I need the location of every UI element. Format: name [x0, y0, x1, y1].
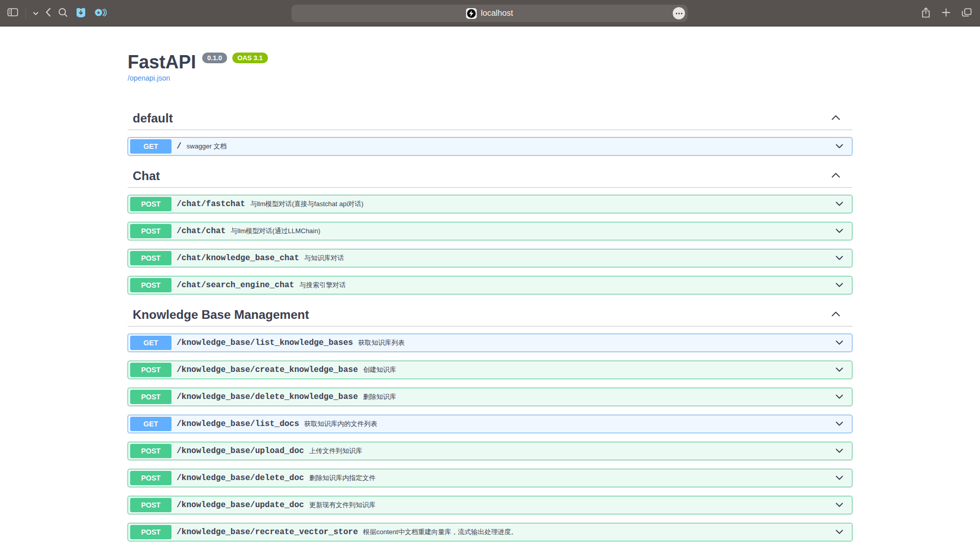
expand-endpoint-button[interactable] — [834, 391, 845, 403]
expand-endpoint-button[interactable] — [834, 198, 845, 210]
chevron-down-icon — [836, 228, 843, 235]
openapi-spec-link[interactable]: /openapi.json — [128, 74, 170, 82]
endpoint-summary[interactable]: POST /knowledge_base/delete_knowledge_ba… — [128, 388, 852, 406]
toolbar-divider — [26, 8, 26, 19]
extension-circles-star-button[interactable]: ★ — [94, 7, 107, 19]
ellipsis-icon — [676, 13, 677, 14]
tab-overview-icon — [962, 8, 972, 19]
endpoint-description: swagger 文档 — [187, 142, 227, 151]
endpoint-summary[interactable]: GET / swagger 文档 — [128, 138, 852, 155]
chevron-up-icon — [831, 114, 840, 122]
expand-endpoint-button[interactable] — [834, 226, 845, 237]
endpoint-row: POST /chat/search_engine_chat 与搜索引擎对话 — [128, 276, 852, 294]
expand-endpoint-button[interactable] — [834, 472, 845, 484]
new-tab-button[interactable] — [942, 8, 950, 18]
endpoint-summary[interactable]: POST /chat/knowledge_base_chat 与知识库对话 — [128, 249, 852, 267]
endpoint-row: GET /knowledge_base/list_knowledge_bases… — [128, 334, 852, 352]
sidebar-dropdown-button[interactable] — [33, 9, 38, 17]
chevron-down-icon — [836, 502, 843, 509]
method-badge: POST — [130, 197, 172, 211]
endpoint-summary[interactable]: POST /chat/search_engine_chat 与搜索引擎对话 — [128, 277, 852, 294]
svg-text:★: ★ — [96, 10, 101, 15]
endpoint-path: /knowledge_base/create_knowledge_base — [172, 365, 363, 374]
collapse-section-button[interactable] — [829, 309, 842, 320]
tag-section: Knowledge Base Management GET /knowledge… — [128, 303, 852, 541]
expand-endpoint-button[interactable] — [834, 280, 845, 291]
endpoint-row: GET /knowledge_base/list_docs 获取知识库内的文件列… — [128, 415, 852, 433]
chevron-down-icon — [836, 366, 843, 374]
collapse-section-button[interactable] — [829, 112, 842, 124]
tab-overview-button[interactable] — [962, 8, 972, 19]
endpoint-summary[interactable]: POST /chat/chat 与llm模型对话(通过LLMChain) — [128, 222, 852, 240]
endpoint-path: / — [172, 142, 187, 151]
expand-endpoint-button[interactable] — [834, 445, 845, 457]
endpoint-row: POST /chat/knowledge_base_chat 与知识库对话 — [128, 249, 852, 267]
endpoint-path: /knowledge_base/list_docs — [172, 419, 304, 429]
extension-shield-download-button[interactable] — [75, 7, 87, 19]
expand-endpoint-button[interactable] — [834, 499, 845, 511]
endpoint-summary[interactable]: POST /knowledge_base/create_knowledge_ba… — [128, 361, 852, 379]
tag-section-header[interactable]: Knowledge Base Management — [128, 303, 852, 327]
method-badge: POST — [130, 498, 172, 512]
method-badge: POST — [130, 278, 172, 292]
endpoint-summary[interactable]: POST /knowledge_base/upload_doc 上传文件到知识库 — [128, 442, 852, 460]
chevron-up-icon — [831, 311, 840, 318]
method-badge: POST — [130, 390, 172, 404]
method-badge: POST — [130, 224, 172, 238]
chevron-down-icon — [836, 420, 843, 428]
shield-download-icon — [75, 7, 87, 19]
endpoint-path: /chat/chat — [172, 227, 231, 236]
endpoint-summary[interactable]: POST /knowledge_base/delete_doc 删除知识库内指定… — [128, 469, 852, 487]
back-button[interactable] — [45, 8, 51, 18]
method-badge: POST — [130, 471, 172, 485]
share-button[interactable] — [921, 7, 930, 19]
method-badge: POST — [130, 251, 172, 265]
endpoint-description: 删除知识库内指定文件 — [309, 473, 376, 483]
expand-endpoint-button[interactable] — [834, 253, 845, 264]
endpoint-row: GET / swagger 文档 — [128, 137, 852, 156]
search-button[interactable] — [58, 8, 68, 19]
chevron-down-icon — [836, 529, 843, 536]
endpoint-description: 获取知识库内的文件列表 — [304, 419, 377, 429]
api-sections: default GET / swagger 文档 — [128, 107, 852, 541]
expand-endpoint-button[interactable] — [834, 418, 845, 430]
endpoint-row: POST /chat/chat 与llm模型对话(通过LLMChain) — [128, 222, 852, 240]
sidebar-toggle-button[interactable] — [7, 7, 18, 19]
chevron-down-icon — [836, 339, 843, 347]
endpoint-path: /chat/search_engine_chat — [172, 281, 299, 290]
endpoint-summary[interactable]: POST /knowledge_base/recreate_vector_sto… — [128, 523, 852, 541]
endpoint-row: POST /knowledge_base/recreate_vector_sto… — [128, 523, 852, 541]
endpoint-summary[interactable]: POST /knowledge_base/update_doc 更新现有文件到知… — [128, 496, 852, 514]
collapse-section-button[interactable] — [829, 170, 842, 182]
endpoint-summary[interactable]: GET /knowledge_base/list_docs 获取知识库内的文件列… — [128, 415, 852, 433]
endpoint-summary[interactable]: GET /knowledge_base/list_knowledge_bases… — [128, 334, 852, 352]
endpoint-path: /chat/fastchat — [172, 199, 250, 209]
address-bar[interactable]: localhost — [291, 5, 688, 22]
expand-endpoint-button[interactable] — [834, 337, 845, 349]
endpoint-path: /knowledge_base/recreate_vector_store — [172, 528, 363, 537]
tag-section-header[interactable]: Chat — [128, 164, 852, 188]
endpoint-description: 上传文件到知识库 — [309, 446, 362, 456]
chevron-down-icon — [836, 447, 843, 455]
chevron-down-icon — [836, 255, 843, 262]
method-badge: POST — [130, 525, 172, 539]
endpoint-row: POST /knowledge_base/create_knowledge_ba… — [128, 361, 852, 379]
expand-endpoint-button[interactable] — [834, 141, 845, 153]
page-settings-button[interactable] — [673, 7, 685, 19]
page-title: FastAPI 0.1.0 OAS 3.1 — [128, 51, 852, 73]
endpoint-description: 更新现有文件到知识库 — [309, 500, 376, 510]
endpoint-row: POST /knowledge_base/upload_doc 上传文件到知识库 — [128, 442, 852, 460]
endpoint-path: /knowledge_base/list_knowledge_bases — [172, 338, 358, 347]
endpoint-path: /chat/knowledge_base_chat — [172, 254, 304, 263]
method-badge: GET — [130, 139, 172, 154]
chevron-down-icon — [836, 393, 843, 401]
chevron-down-icon — [836, 201, 843, 208]
endpoint-summary[interactable]: POST /chat/fastchat 与llm模型对话(直接与fastchat… — [128, 195, 852, 213]
swagger-page: FastAPI 0.1.0 OAS 3.1 /openapi.json defa… — [0, 27, 980, 550]
method-badge: GET — [130, 336, 172, 350]
tag-section-header[interactable]: default — [128, 107, 852, 130]
chevron-up-icon — [831, 172, 840, 180]
chevron-down-icon — [836, 282, 843, 289]
expand-endpoint-button[interactable] — [834, 364, 845, 376]
expand-endpoint-button[interactable] — [834, 527, 845, 538]
